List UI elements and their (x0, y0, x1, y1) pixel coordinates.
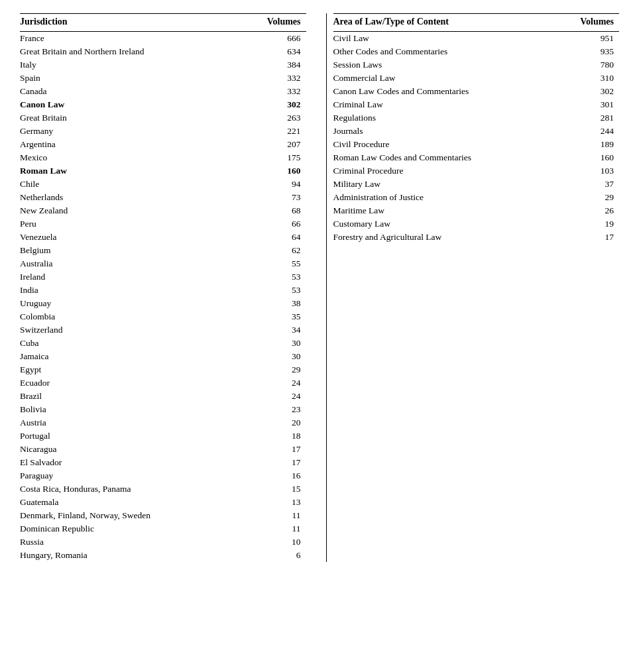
volumes-cell: 11 (240, 509, 306, 522)
table-row: Colombia35 (20, 310, 306, 323)
volumes-cell: 384 (240, 58, 306, 72)
volumes-cell: 935 (556, 45, 619, 58)
jurisdiction-cell: Canon Law (20, 98, 240, 111)
area-of-law-cell: Civil Law (333, 32, 557, 46)
table-row: Uruguay38 (20, 297, 306, 310)
volumes-cell: 15 (240, 482, 306, 496)
jurisdiction-cell: Denmark, Finland, Norway, Sweden (20, 509, 240, 522)
table-row: Australia55 (20, 257, 306, 270)
table-row: New Zealand68 (20, 204, 306, 217)
volumes-cell: 55 (240, 257, 306, 270)
jurisdiction-cell: Portugal (20, 429, 240, 443)
table-row: Great Britain263 (20, 111, 306, 125)
table-row: Criminal Law301 (333, 98, 620, 111)
table-row: Hungary, Romania6 (20, 549, 306, 562)
volumes-cell: 17 (556, 231, 619, 244)
volumes-cell: 94 (240, 178, 306, 191)
volumes-cell: 263 (240, 111, 306, 125)
jurisdiction-header: Jurisdiction (20, 14, 240, 32)
jurisdiction-cell: Canada (20, 85, 240, 98)
volumes-cell: 73 (240, 191, 306, 204)
table-row: Commercial Law310 (333, 72, 620, 85)
table-row: Civil Procedure189 (333, 138, 620, 151)
volumes-cell: 18 (240, 429, 306, 443)
table-row: Belgium62 (20, 244, 306, 257)
table-row: Nicaragua17 (20, 443, 306, 456)
volumes-cell: 17 (240, 443, 306, 456)
jurisdiction-cell: Netherlands (20, 191, 240, 204)
table-row: Guatemala13 (20, 496, 306, 509)
volumes-cell: 6 (240, 549, 306, 562)
volumes-cell: 24 (240, 390, 306, 403)
volumes-cell: 16 (240, 469, 306, 482)
table-row: Italy384 (20, 58, 306, 72)
table-row: Paraguay16 (20, 469, 306, 482)
jurisdiction-cell: Ecuador (20, 376, 240, 390)
volumes-cell: 189 (556, 138, 619, 151)
volumes-header-right: Volumes (556, 14, 619, 32)
area-of-law-cell: Forestry and Agricultural Law (333, 231, 557, 244)
area-of-law-table: Area of Law/Type of Content Volumes Civi… (333, 13, 620, 244)
area-of-law-cell: Other Codes and Commentaries (333, 45, 557, 58)
area-of-law-cell: Regulations (333, 111, 557, 125)
table-row: Roman Law160 (20, 164, 306, 178)
volumes-cell: 302 (240, 98, 306, 111)
volumes-cell: 29 (556, 191, 619, 204)
volumes-cell: 66 (240, 217, 306, 231)
area-of-law-cell: Criminal Law (333, 98, 557, 111)
table-row: Jamaica30 (20, 350, 306, 363)
area-of-law-cell: Military Law (333, 178, 557, 191)
area-of-law-cell: Civil Procedure (333, 138, 557, 151)
area-of-law-cell: Canon Law Codes and Commentaries (333, 85, 557, 98)
area-of-law-cell: Customary Law (333, 217, 557, 231)
area-of-law-cell: Roman Law Codes and Commentaries (333, 151, 557, 164)
jurisdiction-cell: Russia (20, 535, 240, 549)
volumes-cell: 310 (556, 72, 619, 85)
table-row: Ireland53 (20, 270, 306, 284)
table-row: Regulations281 (333, 111, 620, 125)
tables-container: Jurisdiction Volumes France666Great Brit… (20, 13, 619, 562)
volumes-cell: 26 (556, 204, 619, 217)
jurisdiction-table: Jurisdiction Volumes France666Great Brit… (20, 13, 306, 562)
area-of-law-cell: Journals (333, 125, 557, 138)
jurisdiction-cell: Jamaica (20, 350, 240, 363)
area-of-law-cell: Commercial Law (333, 72, 557, 85)
table-row: Switzerland34 (20, 323, 306, 337)
area-of-law-header: Area of Law/Type of Content (333, 14, 557, 32)
table-row: Canon Law302 (20, 98, 306, 111)
jurisdiction-cell: Venezuela (20, 231, 240, 244)
volumes-cell: 35 (240, 310, 306, 323)
table-row: Military Law37 (333, 178, 620, 191)
area-of-law-cell: Maritime Law (333, 204, 557, 217)
table-row: Administration of Justice29 (333, 191, 620, 204)
table-row: Civil Law951 (333, 32, 620, 46)
table-row: Portugal18 (20, 429, 306, 443)
table-row: Roman Law Codes and Commentaries160 (333, 151, 620, 164)
table-row: Costa Rica, Honduras, Panama15 (20, 482, 306, 496)
jurisdiction-cell: Great Britain (20, 111, 240, 125)
volumes-cell: 780 (556, 58, 619, 72)
volumes-cell: 281 (556, 111, 619, 125)
table-row: Austria20 (20, 416, 306, 429)
table-row: France666 (20, 32, 306, 46)
jurisdiction-cell: Uruguay (20, 297, 240, 310)
volumes-cell: 951 (556, 32, 619, 46)
volumes-cell: 30 (240, 337, 306, 350)
right-table-section: Area of Law/Type of Content Volumes Civi… (326, 13, 620, 562)
table-row: Chile94 (20, 178, 306, 191)
jurisdiction-cell: Mexico (20, 151, 240, 164)
table-row: Denmark, Finland, Norway, Sweden11 (20, 509, 306, 522)
volumes-cell: 175 (240, 151, 306, 164)
jurisdiction-cell: Italy (20, 58, 240, 72)
volumes-cell: 634 (240, 45, 306, 58)
table-row: Maritime Law26 (333, 204, 620, 217)
volumes-cell: 302 (556, 85, 619, 98)
volumes-cell: 37 (556, 178, 619, 191)
volumes-cell: 221 (240, 125, 306, 138)
jurisdiction-cell: Great Britain and Northern Ireland (20, 45, 240, 58)
jurisdiction-cell: Spain (20, 72, 240, 85)
volumes-cell: 30 (240, 350, 306, 363)
table-row: Spain332 (20, 72, 306, 85)
table-row: Forestry and Agricultural Law17 (333, 231, 620, 244)
table-row: Netherlands73 (20, 191, 306, 204)
